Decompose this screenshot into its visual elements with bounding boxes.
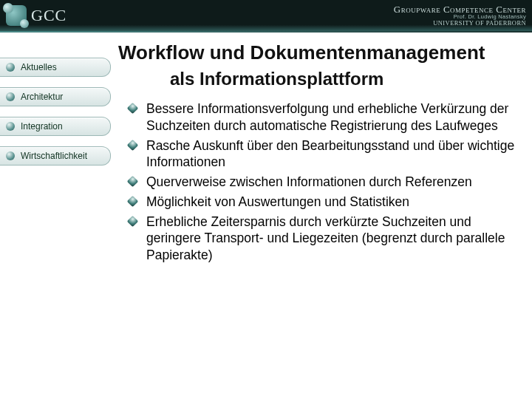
diamond-icon bbox=[127, 103, 139, 115]
header-bar: GCC Groupware Competence Center Prof. Dr… bbox=[0, 0, 532, 31]
diamond-icon bbox=[127, 195, 139, 207]
bullet-icon bbox=[6, 92, 15, 101]
sidebar: Aktuelles Architektur Integration Wirtsc… bbox=[0, 58, 111, 176]
bullet-text: Erhebliche Zeitersparnis durch verkürzte… bbox=[146, 214, 505, 263]
diamond-icon bbox=[127, 139, 139, 151]
bullet-text: Möglichkeit von Auswertungen und Statist… bbox=[146, 194, 409, 209]
logo-icon bbox=[6, 5, 27, 26]
sidebar-item-aktuelles[interactable]: Aktuelles bbox=[0, 58, 111, 77]
sidebar-item-architektur[interactable]: Architektur bbox=[0, 87, 111, 106]
bullet-text: Rasche Auskunft über den Bearbeitungssta… bbox=[146, 138, 514, 170]
bullet-text: Querverweise zwischen Informationen durc… bbox=[146, 174, 472, 189]
list-item: Querverweise zwischen Informationen durc… bbox=[126, 174, 517, 191]
content-area: Bessere Informationsverfolgung und erheb… bbox=[126, 100, 517, 267]
list-item: Erhebliche Zeitersparnis durch verkürzte… bbox=[126, 214, 517, 264]
bullet-icon bbox=[6, 63, 15, 72]
list-item: Bessere Informationsverfolgung und erheb… bbox=[126, 100, 517, 134]
diamond-icon bbox=[127, 176, 139, 188]
bullet-text: Bessere Informationsverfolgung und erheb… bbox=[146, 101, 508, 133]
sidebar-item-label: Integration bbox=[21, 121, 63, 132]
bullet-list: Bessere Informationsverfolgung und erheb… bbox=[126, 100, 517, 264]
sidebar-item-wirtschaftlichkeit[interactable]: Wirtschaftlichkeit bbox=[0, 146, 111, 166]
sidebar-item-label: Architektur bbox=[21, 92, 63, 102]
bullet-icon bbox=[6, 122, 15, 131]
org-university: UNIVERSITY OF PADERBORN bbox=[394, 20, 526, 27]
sidebar-item-label: Wirtschaftlichkeit bbox=[21, 151, 87, 161]
org-block: Groupware Competence Center Prof. Dr. Lu… bbox=[394, 4, 526, 27]
list-item: Rasche Auskunft über den Bearbeitungssta… bbox=[126, 137, 517, 171]
org-name: Groupware Competence Center bbox=[394, 4, 526, 15]
page-subtitle: als Informationsplattform bbox=[170, 69, 532, 89]
diamond-icon bbox=[127, 215, 139, 227]
sidebar-item-integration[interactable]: Integration bbox=[0, 117, 111, 136]
logo-text: GCC bbox=[31, 6, 66, 25]
page-title: Workflow und Dokumentenmanagement bbox=[118, 41, 532, 64]
list-item: Möglichkeit von Auswertungen und Statist… bbox=[126, 194, 517, 211]
bullet-icon bbox=[6, 151, 15, 160]
logo-left: GCC bbox=[6, 5, 66, 26]
sidebar-item-label: Aktuelles bbox=[21, 62, 57, 72]
